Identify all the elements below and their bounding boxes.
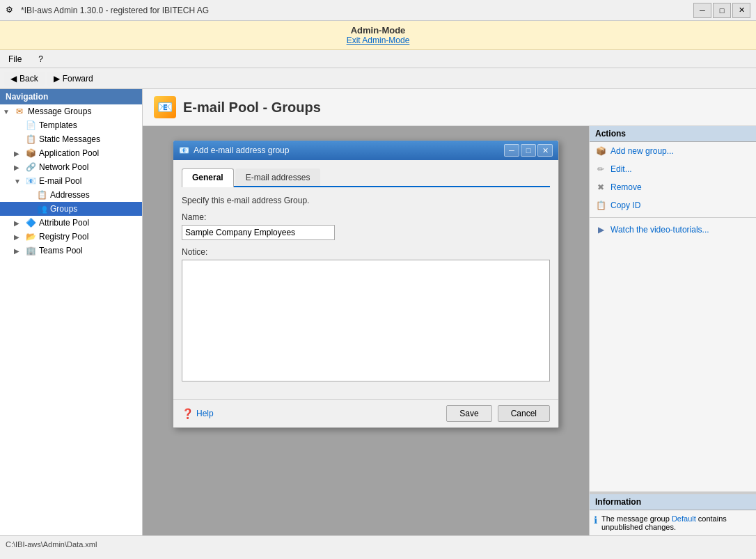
modal-title: Add e-mail address group [194,145,289,155]
email-pool-label: E-mail Pool [39,176,81,186]
save-button[interactable]: Save [446,405,491,422]
sidebar-item-registry-pool[interactable]: ▶ 📂 Registry Pool [0,230,142,244]
modal-close-button[interactable]: ✕ [537,144,553,157]
info-default-link[interactable]: Default [672,514,696,523]
registry-pool-label: Registry Pool [39,232,88,242]
sidebar-item-application-pool[interactable]: ▶ 📦 Application Pool [0,146,142,160]
actions-divider [590,217,756,218]
title-bar: ⚙ *IBI-aws Admin 1.30.0 - registered for… [0,0,756,21]
sidebar: Navigation ▼ ✉ Message Groups 📄 Template… [0,89,143,535]
help-link[interactable]: ❓ Help [182,408,214,419]
modal-overlay: 📧 Add e-mail address group ─ □ ✕ [143,126,589,535]
email-pool-icon: 📧 [25,175,36,187]
modal-maximize-button[interactable]: □ [521,144,536,157]
templates-icon: 📄 [25,120,36,131]
sidebar-item-teams-pool[interactable]: ▶ 🏢 Teams Pool [0,244,142,258]
network-pool-label: Network Pool [39,162,88,172]
modal-minimize-button[interactable]: ─ [504,144,519,157]
sidebar-item-network-pool[interactable]: ▶ 🔗 Network Pool [0,160,142,174]
window-controls: ─ □ ✕ [693,3,750,18]
edit-label: Edit... [611,164,632,174]
app-icon: ⚙ [6,5,17,16]
page-title: E-mail Pool - Groups [183,100,321,116]
maximize-button[interactable]: □ [713,3,731,18]
copy-id-icon: 📋 [595,200,606,211]
modal-tab-bar: General E-mail addresses [182,168,550,187]
menu-help[interactable]: ? [34,53,47,65]
teams-pool-label: Teams Pool [39,246,83,255]
name-label: Name: [182,212,550,222]
status-path: C:\IBI-aws\Admin\Data.xml [6,540,97,549]
modal-description: Specify this e-mail address Group. [182,196,550,205]
modal-title-bar: 📧 Add e-mail address group ─ □ ✕ [173,141,558,160]
expand-icon: ▶ [14,247,22,255]
message-groups-label: Message Groups [28,107,91,116]
cancel-button[interactable]: Cancel [498,405,550,422]
expand-icon: ▶ [14,233,22,241]
actions-panel: Actions 📦 Add new group... ✏ Edit... ✖ R… [589,126,756,535]
actions-header: Actions [590,126,756,142]
back-arrow-icon: ◀ [10,74,17,84]
modal-footer: ❓ Help Save Cancel [173,399,558,427]
navigation-header: Navigation [0,89,142,104]
sidebar-item-groups[interactable]: 👥 Groups [0,202,142,216]
page-icon: 📧 [154,96,176,118]
static-messages-label: Static Messages [39,134,100,144]
action-remove[interactable]: ✖ Remove [590,178,756,196]
info-text: The message group Default contains unpub… [601,514,752,531]
exit-admin-mode-link[interactable]: Exit Admin-Mode [347,36,410,45]
add-group-icon: 📦 [595,145,606,157]
information-header: Information [590,494,756,510]
notice-section: Notice: [182,247,550,384]
sidebar-item-message-groups[interactable]: ▼ ✉ Message Groups [0,104,142,118]
forward-button[interactable]: ▶ Forward [47,72,100,86]
action-copy-id[interactable]: 📋 Copy ID [590,196,756,214]
sidebar-item-static-messages[interactable]: 📋 Static Messages [0,132,142,146]
addresses-icon: 📋 [36,189,47,200]
modal-icon: 📧 [179,145,189,155]
information-content: ℹ The message group Default contains unp… [590,510,756,535]
action-edit[interactable]: ✏ Edit... [590,160,756,178]
help-label: Help [196,409,214,418]
admin-banner: Admin-Mode Exit Admin-Mode [0,21,756,50]
message-groups-icon: ✉ [14,106,25,117]
attribute-pool-label: Attribute Pool [39,218,89,228]
back-button[interactable]: ◀ Back [4,72,45,86]
add-email-group-modal: 📧 Add e-mail address group ─ □ ✕ [173,140,559,428]
tab-general[interactable]: General [182,168,234,187]
copy-id-label: Copy ID [611,200,640,210]
back-label: Back [19,74,38,84]
toolbar: ◀ Back ▶ Forward [0,68,756,89]
close-button[interactable]: ✕ [732,3,750,18]
minimize-button[interactable]: ─ [693,3,711,18]
expand-icon: ▶ [14,150,22,157]
notice-textarea[interactable] [182,260,550,381]
action-add-new-group[interactable]: 📦 Add new group... [590,142,756,160]
forward-arrow-icon: ▶ [54,74,60,84]
templates-label: Templates [39,120,77,130]
name-input[interactable] [182,225,335,240]
info-icon: ℹ [594,514,597,531]
content-area: 📧 Add e-mail address group ─ □ ✕ [143,126,589,535]
sidebar-item-attribute-pool[interactable]: ▶ 🔷 Attribute Pool [0,216,142,230]
groups-icon: 👥 [36,203,47,214]
app-title: *IBI-aws Admin 1.30.0 - registered for I… [21,6,209,15]
action-watch-tutorials[interactable]: ▶ Watch the video-tutorials... [590,221,756,239]
name-section: Name: [182,212,550,240]
expand-icon: ▶ [14,219,22,227]
main-layout: Navigation ▼ ✉ Message Groups 📄 Template… [0,89,756,535]
watch-tutorials-label: Watch the video-tutorials... [611,225,709,235]
tab-email-addresses[interactable]: E-mail addresses [235,168,321,186]
sidebar-item-email-pool[interactable]: ▼ 📧 E-mail Pool [0,174,142,188]
menu-file[interactable]: File [4,53,26,65]
expand-icon: ▶ [14,164,22,171]
sidebar-item-addresses[interactable]: 📋 Addresses [0,188,142,202]
sidebar-item-templates[interactable]: 📄 Templates [0,118,142,132]
network-pool-icon: 🔗 [25,162,36,173]
registry-pool-icon: 📂 [25,231,36,242]
forward-label: Forward [63,74,93,84]
add-new-group-label: Add new group... [611,146,674,156]
remove-label: Remove [611,182,642,192]
notice-label: Notice: [182,247,550,257]
video-icon: ▶ [595,224,606,235]
